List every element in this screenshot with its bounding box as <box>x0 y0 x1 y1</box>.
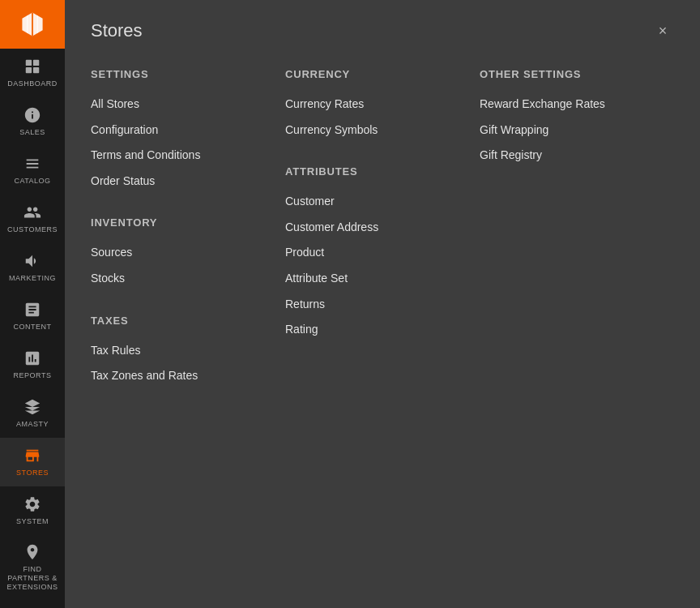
panel-title: Stores <box>91 20 143 41</box>
sidebar-item-customers[interactable]: CUSTOMERS <box>0 195 65 243</box>
product-attr-link[interactable]: Product <box>285 240 463 266</box>
attribute-set-link[interactable]: Attribute Set <box>285 266 463 292</box>
gift-registry-link[interactable]: Gift Registry <box>480 143 658 169</box>
terms-conditions-link[interactable]: Terms and Conditions <box>91 143 269 169</box>
svg-rect-1 <box>33 60 39 66</box>
sidebar-item-reports-label: REPORTS <box>14 371 52 380</box>
sidebar-item-system-label: SYSTEM <box>16 517 49 526</box>
returns-attr-link[interactable]: Returns <box>285 292 463 318</box>
column-other-settings: Other Settings Reward Exchange Rates Gif… <box>480 65 674 412</box>
customer-attr-link[interactable]: Customer <box>285 189 463 215</box>
inventory-heading: Inventory <box>91 216 269 229</box>
sidebar-item-catalog[interactable]: CATALOG <box>0 146 65 195</box>
svg-rect-0 <box>26 60 32 66</box>
sidebar-item-find-partners-label: FIND PARTNERS & EXTENSIONS <box>3 565 62 591</box>
settings-main-block: All Stores Configuration Terms and Condi… <box>91 92 269 194</box>
reward-exchange-rates-link[interactable]: Reward Exchange Rates <box>480 92 658 118</box>
sidebar-item-content[interactable]: CONTENT <box>0 292 65 340</box>
svg-rect-3 <box>33 67 39 73</box>
sidebar-item-marketing[interactable]: MARKETING <box>0 243 65 292</box>
sidebar-item-sales-label: SALES <box>19 128 45 137</box>
sidebar-item-marketing-label: MARKETING <box>9 274 56 283</box>
panel-header: Stores × <box>91 19 674 42</box>
sidebar-item-sales[interactable]: SALES <box>0 97 65 146</box>
sidebar-item-system[interactable]: SYSTEM <box>0 486 65 535</box>
other-settings-heading: Other Settings <box>480 68 658 80</box>
currency-heading: Currency <box>285 68 463 80</box>
settings-heading: Settings <box>91 68 269 80</box>
gift-wrapping-link[interactable]: Gift Wrapping <box>480 118 658 143</box>
attributes-block: Attributes Customer Customer Address Pro… <box>285 165 463 343</box>
currency-rates-link[interactable]: Currency Rates <box>285 92 463 118</box>
sidebar-item-customers-label: CUSTOMERS <box>7 225 58 234</box>
customer-address-attr-link[interactable]: Customer Address <box>285 215 463 241</box>
all-stores-link[interactable]: All Stores <box>91 92 269 118</box>
columns-container: Settings All Stores Configuration Terms … <box>91 65 674 412</box>
sidebar-item-dashboard-label: DASHBOARD <box>7 79 58 88</box>
taxes-block: Taxes Tax Rules Tax Zones and Rates <box>91 315 269 389</box>
sidebar-item-amasty[interactable]: AMASTY <box>0 389 65 438</box>
sidebar: DASHBOARD SALES CATALOG CUSTOMERS MARKET… <box>0 0 65 608</box>
sidebar-item-stores[interactable]: STORES <box>0 438 65 486</box>
sidebar-item-stores-label: STORES <box>16 469 49 477</box>
column-settings: Settings All Stores Configuration Terms … <box>91 65 285 412</box>
order-status-link[interactable]: Order Status <box>91 169 269 195</box>
sidebar-item-dashboard[interactable]: DASHBOARD <box>0 49 65 97</box>
sources-link[interactable]: Sources <box>91 240 269 266</box>
sidebar-item-content-label: CONTENT <box>14 323 52 332</box>
inventory-block: Inventory Sources Stocks <box>91 216 269 291</box>
configuration-link[interactable]: Configuration <box>91 118 269 143</box>
sidebar-item-catalog-label: CATALOG <box>14 177 50 186</box>
currency-block: Currency Rates Currency Symbols <box>285 92 463 143</box>
main-area: Stores × Settings All Stores Configurati… <box>65 0 700 608</box>
svg-rect-2 <box>26 67 32 73</box>
currency-symbols-link[interactable]: Currency Symbols <box>285 118 463 143</box>
tax-zones-rates-link[interactable]: Tax Zones and Rates <box>91 363 269 389</box>
sidebar-item-reports[interactable]: REPORTS <box>0 340 65 389</box>
stores-panel: Stores × Settings All Stores Configurati… <box>65 0 700 608</box>
tax-rules-link[interactable]: Tax Rules <box>91 338 269 364</box>
sidebar-logo[interactable] <box>0 0 65 49</box>
rating-link[interactable]: Rating <box>285 317 463 343</box>
sidebar-item-find-partners[interactable]: FIND PARTNERS & EXTENSIONS <box>0 535 65 599</box>
stocks-link[interactable]: Stocks <box>91 266 269 292</box>
taxes-heading: Taxes <box>91 315 269 327</box>
close-button[interactable]: × <box>651 19 674 42</box>
column-currency-attributes: Currency Currency Rates Currency Symbols… <box>285 65 480 412</box>
sidebar-item-amasty-label: AMASTY <box>16 420 49 429</box>
attributes-heading: Attributes <box>285 165 463 178</box>
other-settings-block: Reward Exchange Rates Gift Wrapping Gift… <box>480 92 658 169</box>
